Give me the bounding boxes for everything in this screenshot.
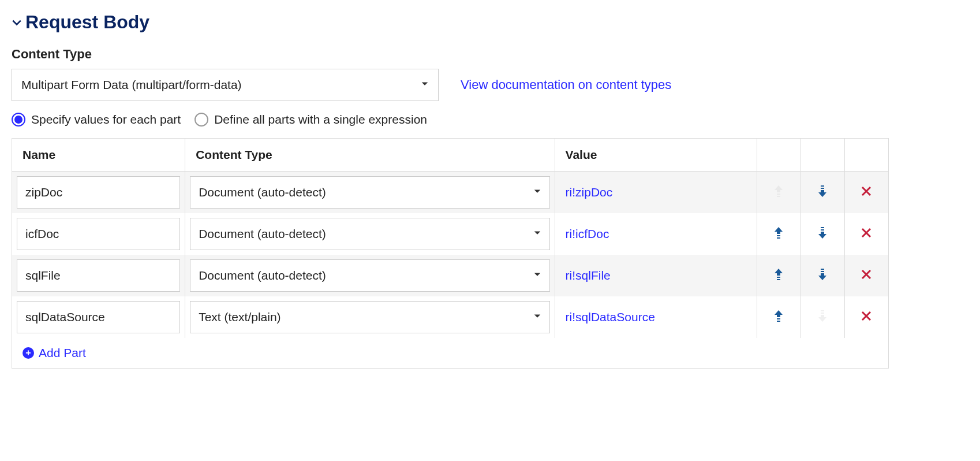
part-value-link[interactable]: ri!sqlFile [560,269,611,282]
svg-rect-13 [777,321,780,322]
caret-down-icon [421,80,429,90]
content-type-row: Multipart Form Data (multipart/form-data… [12,69,968,101]
svg-rect-4 [777,235,780,236]
table-row: Document (auto-detect)ri!sqlFile [12,255,889,296]
part-value-link[interactable]: ri!zipDoc [560,185,613,199]
dropdown-value: Document (auto-detect) [199,227,533,241]
add-part-button[interactable]: + Add Part [23,346,86,360]
move-down-button[interactable] [806,267,840,281]
move-up-button[interactable] [762,267,796,281]
plus-circle-icon: + [23,347,34,359]
dropdown-value: Document (auto-detect) [199,269,533,282]
svg-rect-8 [777,277,780,278]
part-name-input[interactable] [17,301,180,333]
delete-button[interactable] [850,268,884,281]
part-name-input[interactable] [17,218,180,250]
svg-rect-2 [821,185,824,187]
part-value-link[interactable]: ri!icfDoc [560,227,609,240]
svg-rect-15 [821,313,824,314]
svg-rect-12 [777,318,780,319]
part-content-type-dropdown[interactable]: Text (text/plain) [190,301,549,333]
radio-single-expression[interactable]: Define all parts with a single expressio… [194,113,427,127]
radio-label: Define all parts with a single expressio… [214,113,427,127]
table-row: Document (auto-detect)ri!icfDoc [12,213,889,255]
radio-label: Specify values for each part [31,113,181,127]
header-name: Name [12,139,185,172]
caret-down-icon [533,312,541,322]
table-row: Text (text/plain)ri!sqlDataSource [12,296,889,338]
documentation-link[interactable]: View documentation on content types [461,77,671,92]
content-type-dropdown[interactable]: Multipart Form Data (multipart/form-data… [12,69,439,101]
parts-mode-radio-group: Specify values for each part Define all … [12,113,968,127]
svg-rect-14 [821,310,824,311]
move-down-button [806,309,840,323]
header-move-down [801,139,844,172]
caret-down-icon [533,270,541,281]
section-header[interactable]: Request Body [12,12,968,33]
header-move-up [757,139,801,172]
delete-button[interactable] [850,226,884,239]
radio-unselected-icon [194,113,208,127]
radio-specify-values[interactable]: Specify values for each part [12,113,181,127]
header-value: Value [555,139,757,172]
parts-table: Name Content Type Value Document (auto-d… [12,138,889,369]
part-content-type-dropdown[interactable]: Document (auto-detect) [190,176,549,209]
content-type-label: Content Type [12,47,968,62]
svg-rect-3 [821,188,824,189]
section-title: Request Body [25,12,149,33]
move-down-button[interactable] [806,184,840,198]
svg-rect-0 [777,194,780,195]
dropdown-value: Document (auto-detect) [199,185,533,199]
svg-rect-10 [821,269,824,270]
header-delete [844,139,888,172]
svg-rect-7 [821,229,824,231]
part-name-input[interactable] [17,176,180,209]
move-up-button[interactable] [762,309,796,323]
part-content-type-dropdown[interactable]: Document (auto-detect) [190,259,549,292]
header-content-type: Content Type [185,139,555,172]
move-down-button[interactable] [806,226,840,240]
content-type-value: Multipart Form Data (multipart/form-data… [21,78,421,92]
chevron-down-icon [12,17,22,28]
radio-selected-icon [12,113,25,127]
delete-button[interactable] [850,310,884,322]
part-content-type-dropdown[interactable]: Document (auto-detect) [190,218,549,250]
move-up-button [762,184,796,198]
part-value-link[interactable]: ri!sqlDataSource [560,310,655,324]
svg-rect-6 [821,227,824,228]
table-row: Document (auto-detect)ri!zipDoc [12,172,889,214]
move-up-button[interactable] [762,226,796,240]
add-part-label: Add Part [39,346,86,360]
svg-rect-1 [777,196,780,197]
part-name-input[interactable] [17,259,180,292]
svg-rect-9 [777,279,780,280]
caret-down-icon [533,187,541,198]
svg-rect-5 [777,237,780,239]
svg-rect-11 [821,271,824,272]
delete-button[interactable] [850,185,884,198]
dropdown-value: Text (text/plain) [199,310,533,324]
caret-down-icon [533,229,541,239]
